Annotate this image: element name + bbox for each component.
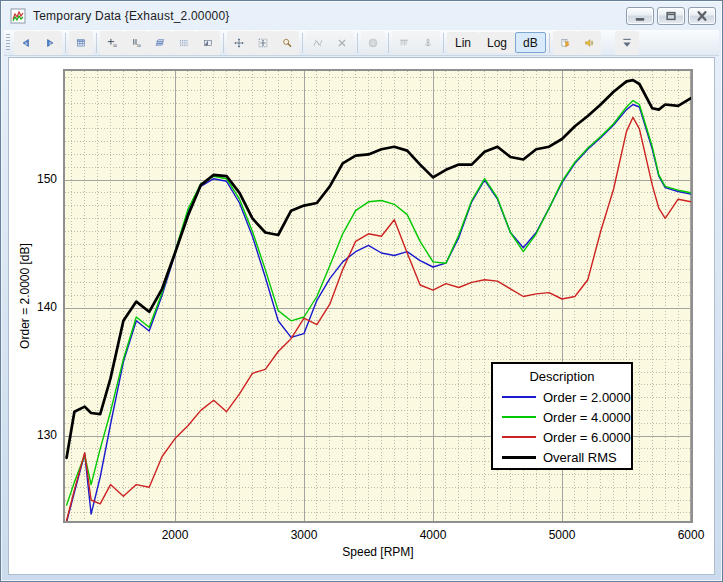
delete-x-icon — [337, 34, 347, 52]
toolbar-separator — [549, 33, 550, 53]
legend-entry: Overall RMS — [493, 447, 631, 467]
y-axis-title: Order = 2.0000 [dB] — [18, 146, 32, 446]
toolbar-separator — [65, 33, 66, 53]
harmonic-cursor-button[interactable]: 10 — [100, 31, 124, 55]
export-button[interactable] — [553, 31, 577, 55]
restore-button[interactable] — [657, 7, 685, 25]
export-icon — [560, 34, 570, 52]
dotted-lines-icon — [179, 34, 189, 52]
svg-text:10: 10 — [137, 43, 141, 47]
x-tick-label: 3000 — [282, 528, 326, 542]
restore-icon — [658, 7, 684, 25]
log-scale-button[interactable]: Log — [479, 32, 515, 53]
app-chart-icon — [10, 8, 26, 24]
colormap-icon — [203, 34, 213, 52]
window-title: Temporary Data {Exhaust_2.00000} — [33, 9, 230, 23]
legend-line-sample — [502, 436, 536, 438]
minimize-icon — [627, 7, 653, 25]
x-tick-label: 2000 — [153, 528, 197, 542]
prev-dataset-button[interactable]: S — [14, 31, 38, 55]
toolbar-separator — [223, 33, 224, 53]
sound-button[interactable] — [577, 31, 601, 55]
toolbar-separator — [302, 33, 303, 53]
db-scale-button[interactable]: dB — [515, 32, 546, 53]
toolbar-grip[interactable] — [6, 34, 10, 52]
comb-icon — [399, 34, 409, 52]
svg-text:10: 10 — [113, 43, 117, 47]
toolbar-overflow-button[interactable] — [615, 31, 639, 55]
svg-text:S: S — [25, 40, 28, 45]
info-icon: i — [368, 34, 378, 52]
data-table-button[interactable] — [69, 31, 93, 55]
anchor-icon — [423, 34, 433, 52]
lin-scale-button[interactable]: Lin — [447, 32, 479, 53]
zoom-window-button[interactable] — [251, 31, 275, 55]
legend-line-sample — [502, 396, 536, 398]
band-10-icon: 10 — [131, 34, 141, 52]
plot-area[interactable] — [9, 58, 715, 575]
window: Temporary Data {Exhaust_2.00000} SS1010i… — [0, 0, 723, 582]
arrow-right-s-icon: S — [45, 34, 55, 52]
legend-entry-label: Order = 4.0000 — [543, 410, 631, 425]
toolbar-separator — [388, 33, 389, 53]
legend-entry: Order = 2.0000 — [493, 387, 631, 407]
comb-cursor-button — [392, 31, 416, 55]
curve-fit-button — [306, 31, 330, 55]
close-button[interactable] — [688, 7, 716, 25]
crosshair-10-icon: 10 — [107, 34, 117, 52]
zoom-extents-button[interactable] — [227, 31, 251, 55]
x-tick-label: 6000 — [669, 528, 713, 542]
x-tick-label: 4000 — [411, 528, 455, 542]
legend-line-sample — [502, 456, 536, 459]
legend-entry: Order = 4.0000 — [493, 407, 631, 427]
legend-line-sample — [502, 416, 536, 418]
minimize-button[interactable] — [626, 7, 654, 25]
legend-entry-label: Order = 6.0000 — [543, 430, 631, 445]
svg-text:S: S — [49, 40, 52, 45]
toolbar-separator — [96, 33, 97, 53]
toolbar-separator — [443, 33, 444, 53]
legend-title: Description — [493, 369, 631, 384]
arrow-left-s-icon: S — [21, 34, 31, 52]
grid-display-button[interactable] — [172, 31, 196, 55]
x-axis-title: Speed [RPM] — [228, 545, 528, 559]
speaker-icon — [584, 34, 594, 52]
legend-entry-label: Overall RMS — [543, 450, 617, 465]
band-cursor-button[interactable]: 10 — [124, 31, 148, 55]
legend-entry-label: Order = 2.0000 — [543, 390, 631, 405]
toolbar-separator — [357, 33, 358, 53]
x-tick-label: 5000 — [540, 528, 584, 542]
data-table-icon — [76, 34, 86, 52]
curve-fit-icon — [313, 34, 323, 52]
zoom-extents-icon — [234, 34, 244, 52]
close-icon — [689, 7, 715, 25]
magnifier-button[interactable] — [275, 31, 299, 55]
next-dataset-button[interactable]: S — [38, 31, 62, 55]
layers-icon — [155, 34, 165, 52]
toolbar: SS1010iLinLogdB — [4, 30, 719, 56]
anchor-cursor-button — [416, 31, 440, 55]
overlay-traces-button[interactable] — [148, 31, 172, 55]
titlebar[interactable]: Temporary Data {Exhaust_2.00000} — [1, 1, 722, 30]
colormap-button[interactable] — [196, 31, 220, 55]
zoom-window-icon — [258, 34, 268, 52]
info-button: i — [361, 31, 385, 55]
delete-button — [330, 31, 354, 55]
chart-client-area: 20003000400050006000130140150 Speed [RPM… — [8, 57, 715, 575]
legend-entry: Order = 6.0000 — [493, 427, 631, 447]
magnifier-icon — [282, 34, 292, 52]
legend: Description Order = 2.0000Order = 4.0000… — [491, 362, 633, 470]
